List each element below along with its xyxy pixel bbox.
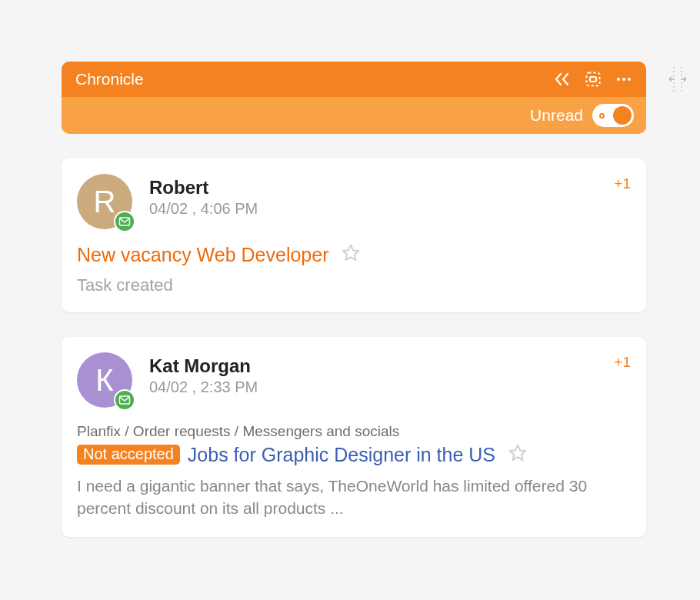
svg-rect-1 [590,77,596,82]
person-block: Robert 04/02 , 4:06 PM [149,174,258,229]
person-block: Kat Morgan 04/02 , 2:33 PM [149,352,258,408]
subject-row: New vacancy Web Developer [77,243,631,266]
svg-point-4 [628,78,631,81]
chronicle-panel: Chronicle [62,62,646,537]
svg-rect-0 [587,73,600,86]
mail-badge-icon [114,389,135,411]
mail-badge-icon [114,211,135,232]
avatar-initial: К [95,363,113,398]
header-icon-group [554,71,632,88]
avatar[interactable]: R [77,174,132,229]
unread-count-badge: +1 [614,175,631,192]
panel-subheader: Unread [62,97,646,134]
svg-point-3 [622,78,625,81]
card-header: К Kat Morgan 04/02 , 2:33 PM [77,352,631,408]
timestamp: 04/02 , 2:33 PM [149,378,258,396]
person-name: Robert [149,177,258,198]
toggle-indicator [599,113,605,118]
feed-card[interactable]: +1 R Robert 04/02 , 4:06 PM New vacancy … [62,158,646,312]
card-header: R Robert 04/02 , 4:06 PM [77,174,631,229]
svg-point-2 [617,78,620,81]
breadcrumb: Planfix / Order requests / Messengers an… [77,423,631,440]
timestamp: 04/02 , 4:06 PM [149,200,258,218]
unread-label: Unread [530,106,583,125]
status-badge: Not accepted [77,445,180,465]
subject-row: Not accepted Jobs for Graphic Designer i… [77,443,631,466]
resize-handle-icon[interactable] [666,62,689,97]
subject-link[interactable]: New vacancy Web Developer [77,244,328,266]
unread-count-badge: +1 [614,354,631,371]
unread-toggle[interactable] [592,104,634,127]
star-icon[interactable] [341,243,361,266]
collapse-icon[interactable] [554,71,571,88]
avatar-initial: R [94,185,116,219]
panel-title: Chronicle [75,70,554,88]
person-name: Kat Morgan [149,355,258,377]
avatar[interactable]: К [77,352,132,408]
panel-header: Chronicle [62,62,646,97]
subject-link[interactable]: Jobs for Graphic Designer in the US [188,444,495,466]
status-text: Task created [77,275,631,295]
feed-card[interactable]: +1 К Kat Morgan 04/02 , 2:33 PM Planfix … [62,337,646,537]
fullscreen-icon[interactable] [585,71,602,88]
toggle-knob [613,106,632,125]
star-icon[interactable] [508,443,528,466]
more-options-icon[interactable] [615,71,632,88]
message-preview: I need a gigantic banner that says, TheO… [77,475,631,520]
